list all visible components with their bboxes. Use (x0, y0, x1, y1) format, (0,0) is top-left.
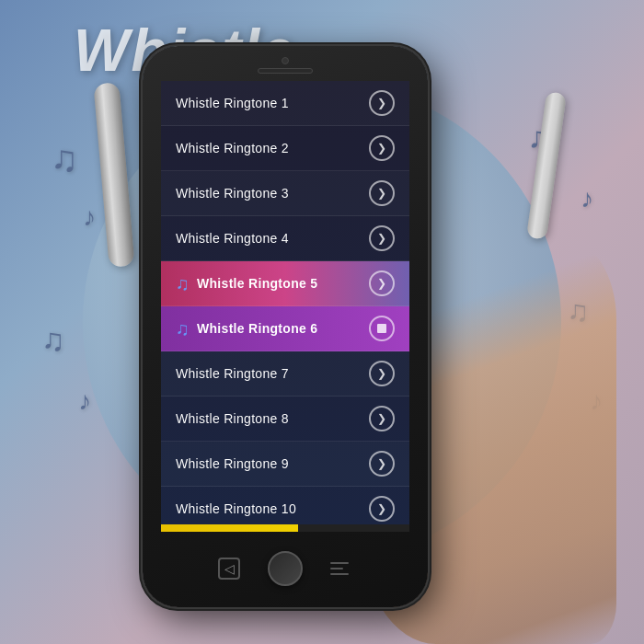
ringtone-name-9: Whistle Ringtone 9 (176, 456, 289, 471)
speaker-grille (258, 68, 313, 74)
chevron-btn-7[interactable]: ❯ (369, 361, 395, 386)
ringtone-name-6: Whistle Ringtone 6 (197, 321, 317, 336)
ringtone-item-8[interactable]: Whistle Ringtone 8 ❯ (161, 397, 409, 442)
music-note-icon-6: ♫ (176, 318, 190, 339)
music-note-6: ♪ (581, 184, 593, 213)
ringtone-name-7: Whistle Ringtone 7 (176, 366, 289, 381)
stop-btn-6[interactable] (369, 316, 395, 341)
ringtone-item-7[interactable]: Whistle Ringtone 7 ❯ (161, 351, 409, 397)
phone-wrapper: Whistle Ringtone 1 ❯ Whistle Ringtone 2 … (143, 46, 428, 607)
music-note-4: ♪ (78, 386, 91, 416)
ringtone-name-3: Whistle Ringtone 3 (176, 186, 289, 201)
chevron-btn-2[interactable]: ❯ (369, 135, 395, 161)
ringtone-item-5[interactable]: ♫ Whistle Ringtone 5 ❯ (161, 261, 409, 306)
music-note-icon-5: ♫ (176, 273, 190, 294)
chevron-btn-5[interactable]: ❯ (369, 270, 395, 296)
menu-button[interactable] (330, 561, 352, 576)
back-button[interactable]: ◁ (218, 558, 240, 580)
chevron-btn-10[interactable]: ❯ (369, 496, 395, 522)
ringtone-item-9[interactable]: Whistle Ringtone 9 ❯ (161, 442, 409, 487)
chevron-btn-1[interactable]: ❯ (369, 90, 395, 116)
ringtone-name-10: Whistle Ringtone 10 (176, 501, 296, 516)
music-note-1: ♫ (51, 138, 78, 179)
ringtone-name-8: Whistle Ringtone 8 (176, 411, 289, 426)
menu-line-2 (330, 568, 343, 569)
ringtone-name-1: Whistle Ringtone 1 (176, 96, 289, 110)
chevron-btn-9[interactable]: ❯ (369, 451, 395, 477)
music-note-2: ♪ (83, 202, 96, 232)
home-button[interactable] (268, 551, 303, 586)
nav-buttons: ◁ (218, 551, 352, 586)
ringtone-item-3[interactable]: Whistle Ringtone 3 ❯ (161, 171, 409, 216)
stop-square-icon (377, 324, 386, 333)
menu-line-3 (330, 573, 349, 575)
chevron-btn-8[interactable]: ❯ (369, 406, 395, 431)
music-note-8: ♪ (590, 386, 603, 416)
ringtone-item-2[interactable]: Whistle Ringtone 2 ❯ (161, 126, 409, 171)
phone-shell: Whistle Ringtone 1 ❯ Whistle Ringtone 2 … (143, 46, 428, 607)
ringtone-item-1[interactable]: Whistle Ringtone 1 ❯ (161, 81, 409, 126)
ringtone-item-4[interactable]: Whistle Ringtone 4 ❯ (161, 216, 409, 261)
phone-top (143, 46, 428, 74)
menu-line-1 (330, 562, 349, 564)
chevron-btn-3[interactable]: ❯ (369, 180, 395, 206)
ringtone-name-4: Whistle Ringtone 4 (176, 231, 289, 246)
phone-screen: Whistle Ringtone 1 ❯ Whistle Ringtone 2 … (161, 81, 409, 532)
ringtone-name-2: Whistle Ringtone 2 (176, 141, 289, 155)
progress-bar-container (161, 524, 409, 532)
music-note-3: ♫ (41, 322, 65, 358)
camera-dot (282, 57, 289, 64)
music-note-7: ♫ (567, 294, 589, 328)
ringtone-list: Whistle Ringtone 1 ❯ Whistle Ringtone 2 … (161, 81, 409, 532)
ringtone-name-5: Whistle Ringtone 5 (197, 276, 317, 291)
chevron-btn-4[interactable]: ❯ (369, 225, 395, 251)
ringtone-item-6[interactable]: ♫ Whistle Ringtone 6 (161, 306, 409, 351)
progress-bar-fill (161, 524, 298, 532)
phone-bottom: ◁ (218, 532, 352, 607)
